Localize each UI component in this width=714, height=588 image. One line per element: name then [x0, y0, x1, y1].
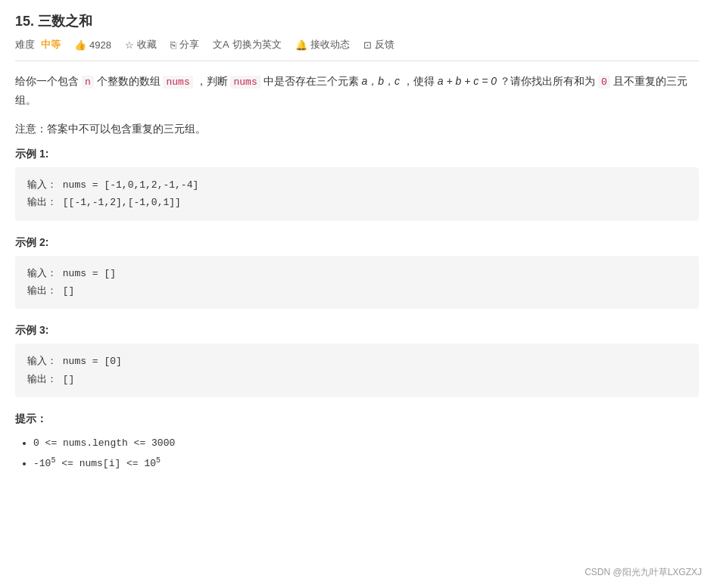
- example-3-input-label: 输入：: [27, 356, 57, 367]
- translate-button[interactable]: 文A 切换为英文: [213, 38, 282, 51]
- watermark-text: CSDN @阳光九叶草LXGZXJ: [585, 567, 702, 577]
- note-text: 注意：答案中不可以包含重复的三元组。: [15, 120, 699, 138]
- example-2-output: 输出： []: [27, 282, 687, 300]
- example-3-block: 输入： nums = [0] 输出： []: [15, 344, 699, 397]
- footer-watermark: CSDN @阳光九叶草LXGZXJ: [585, 566, 702, 579]
- example-3-output-value: []: [63, 374, 75, 385]
- toolbar: 难度 中等 👍 4928 ☆ 收藏 ⎘ 分享 文A 切换为英文 🔔 接收动态 ⊡…: [15, 38, 699, 61]
- example-2-block: 输入： nums = [] 输出： []: [15, 256, 699, 310]
- example-2-input-value: nums = []: [63, 268, 116, 279]
- hint-item-1: 0 <= nums.length <= 3000: [33, 434, 699, 453]
- examples-section: 示例 1: 输入： nums = [-1,0,1,2,-1,-4] 输出： [[…: [15, 148, 699, 397]
- notify-label: 接收动态: [310, 38, 350, 51]
- translate-icon: 文A: [213, 38, 229, 51]
- difficulty-label: 难度: [15, 38, 35, 51]
- example-2-output-label: 输出：: [27, 285, 57, 297]
- example-1-input: 输入： nums = [-1,0,1,2,-1,-4]: [27, 176, 687, 194]
- difficulty-item: 难度 中等: [15, 38, 61, 51]
- problem-title: 15. 三数之和: [15, 12, 699, 30]
- note: 注意：答案中不可以包含重复的三元组。: [15, 120, 699, 138]
- thumbs-up-icon: 👍: [74, 39, 86, 51]
- example-3-title: 示例 3:: [15, 324, 699, 338]
- problem-name: 三数之和: [38, 14, 92, 29]
- likes-count: 4928: [89, 39, 111, 51]
- example-3-container: 示例 3: 输入： nums = [0] 输出： []: [15, 324, 699, 397]
- example-1-output-label: 输出：: [27, 197, 57, 208]
- feedback-icon: ⊡: [363, 39, 372, 51]
- example-2-container: 示例 2: 输入： nums = [] 输出： []: [15, 236, 699, 310]
- example-2-input: 输入： nums = []: [27, 265, 687, 282]
- share-icon: ⎘: [170, 39, 176, 51]
- example-2-input-label: 输入：: [27, 268, 57, 279]
- example-1-input-value: nums = [-1,0,1,2,-1,-4]: [63, 179, 198, 191]
- example-2-output-value: []: [63, 285, 75, 297]
- example-3-input-value: nums = [0]: [63, 356, 122, 367]
- page-container: 15. 三数之和 难度 中等 👍 4928 ☆ 收藏 ⎘ 分享 文A 切换为英文…: [0, 0, 714, 486]
- hints-section: 提示： 0 <= nums.length <= 3000 -105 <= num…: [15, 412, 699, 474]
- example-1-output-value: [[-1,-1,2],[-1,0,1]]: [63, 197, 181, 208]
- example-3-output: 输出： []: [27, 371, 687, 388]
- example-1-container: 示例 1: 输入： nums = [-1,0,1,2,-1,-4] 输出： [[…: [15, 148, 699, 221]
- example-1-block: 输入： nums = [-1,0,1,2,-1,-4] 输出： [[-1,-1,…: [15, 167, 699, 221]
- collect-label: 收藏: [137, 38, 157, 51]
- hint-item-2: -105 <= nums[i] <= 105: [33, 453, 699, 474]
- example-1-output: 输出： [[-1,-1,2],[-1,0,1]]: [27, 194, 687, 211]
- translate-label: 切换为英文: [232, 38, 282, 51]
- difficulty-value: 中等: [41, 38, 61, 51]
- feedback-label: 反馈: [375, 38, 394, 51]
- notify-button[interactable]: 🔔 接收动态: [295, 38, 350, 51]
- feedback-button[interactable]: ⊡ 反馈: [363, 38, 394, 51]
- likes-button[interactable]: 👍 4928: [74, 39, 111, 51]
- problem-number: 15.: [15, 14, 34, 29]
- collect-button[interactable]: ☆ 收藏: [125, 38, 157, 51]
- example-2-title: 示例 2:: [15, 236, 699, 250]
- example-1-title: 示例 1:: [15, 148, 699, 161]
- example-3-input: 输入： nums = [0]: [27, 353, 687, 370]
- problem-description: 给你一个包含 n 个整数的数组 nums ，判断 nums 中是否存在三个元素 …: [15, 72, 699, 110]
- example-3-output-label: 输出：: [27, 374, 57, 385]
- bell-icon: 🔔: [295, 39, 307, 51]
- description-line1: 给你一个包含 n 个整数的数组 nums ，判断 nums 中是否存在三个元素 …: [15, 72, 699, 110]
- hints-title: 提示：: [15, 412, 699, 426]
- star-icon: ☆: [125, 39, 134, 51]
- share-button[interactable]: ⎘ 分享: [170, 38, 199, 51]
- example-1-input-label: 输入：: [27, 179, 57, 191]
- hints-list: 0 <= nums.length <= 3000 -105 <= nums[i]…: [15, 434, 699, 474]
- share-label: 分享: [179, 38, 199, 51]
